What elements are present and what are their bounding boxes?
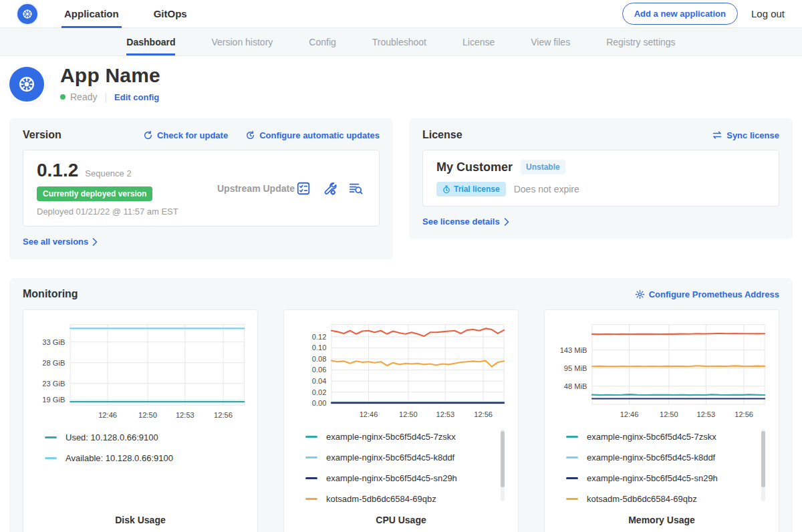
- tab-application[interactable]: Application: [61, 0, 122, 27]
- subtab-version-history[interactable]: Version history: [211, 28, 273, 55]
- legend-color-dash: [566, 498, 578, 500]
- svg-text:12:50: 12:50: [138, 411, 157, 419]
- see-all-versions-link[interactable]: See all versions: [23, 237, 98, 247]
- tab-gitops-label: GitOps: [154, 8, 187, 19]
- check-for-update-link[interactable]: Check for update: [143, 130, 228, 140]
- edit-config-link[interactable]: Edit config: [114, 92, 159, 102]
- svg-text:23 GiB: 23 GiB: [42, 380, 65, 388]
- version-sequence: Sequence 2: [85, 168, 131, 178]
- legend-color-dash: [305, 498, 317, 500]
- legend-item: example-nginx-5bc6f5d4c5-sn29h: [305, 473, 511, 483]
- logout-link[interactable]: Log out: [751, 8, 785, 19]
- license-expiry: Does not expire: [514, 184, 579, 194]
- svg-text:12:53: 12:53: [436, 410, 454, 418]
- deployed-badge: Currently deployed version: [37, 186, 152, 201]
- channel-badge: Unstable: [521, 160, 565, 174]
- legend-color-dash: [566, 436, 578, 438]
- legend-label: example-nginx-5bc6f5d4c5-sn29h: [587, 473, 718, 483]
- chart-legend-disk-usage: Used: 10.128.0.66:9100Available: 10.128.…: [45, 432, 251, 515]
- legend-scrollbar[interactable]: [761, 429, 765, 501]
- configure-prometheus-link[interactable]: Configure Prometheus Address: [635, 289, 779, 299]
- config-wrench-icon[interactable]: [322, 181, 337, 196]
- subtab-license[interactable]: License: [462, 28, 495, 55]
- chart-legend-memory-usage: example-nginx-5bc6f5d4c5-7zskxexample-ng…: [566, 432, 772, 515]
- chevron-right-icon: [92, 238, 98, 246]
- legend-label: example-nginx-5bc6f5d4c5-sn29h: [326, 473, 457, 483]
- svg-text:12:50: 12:50: [399, 410, 418, 418]
- chart-plot-disk-usage: 33 GiB28 GiB23 GiB19 GiB12:4612:5012:531…: [30, 318, 251, 423]
- app-logo-kubernetes-icon: [9, 67, 44, 102]
- chart-plot-cpu-usage: 0.120.100.080.060.040.020.0012:4612:5012…: [291, 318, 511, 422]
- svg-text:48 MiB: 48 MiB: [564, 382, 587, 390]
- chart-plot-memory-usage: 143 MiB95 MiB48 MiB12:4612:5012:5312:56: [551, 318, 772, 422]
- legend-label: Available: 10.128.0.66:9100: [65, 453, 173, 463]
- kots-dashboard-page: Application GitOps Add a new application…: [0, 0, 802, 532]
- add-application-button[interactable]: Add a new application: [622, 3, 738, 25]
- configure-automatic-updates-link[interactable]: Configure automatic updates: [245, 130, 380, 140]
- subtab-view-files[interactable]: View files: [531, 28, 570, 55]
- deployed-timestamp: Deployed 01/21/22 @ 11:57 am EST: [37, 207, 217, 217]
- charts-row: 33 GiB28 GiB23 GiB19 GiB12:4612:5012:531…: [23, 309, 779, 532]
- customer-name: My Customer: [436, 160, 513, 174]
- chart-title-cpu-usage: CPU Usage: [291, 515, 511, 525]
- version-card: Version Check for update Configure autom…: [9, 118, 393, 259]
- license-type-badge: Trial license: [436, 182, 506, 196]
- chart-card-cpu-usage: 0.120.100.080.060.040.020.0012:4612:5012…: [283, 309, 519, 532]
- legend-color-dash: [566, 477, 578, 479]
- gear-icon: [635, 289, 645, 299]
- app-name-title: App Name: [60, 64, 160, 87]
- deploy-logs-icon[interactable]: [348, 181, 363, 196]
- legend-item: kotsadm-5db6dc6584-69qbz: [305, 494, 511, 504]
- svg-text:12:56: 12:56: [474, 410, 493, 418]
- legend-item: example-nginx-5bc6f5d4c5-7zskx: [566, 432, 772, 442]
- svg-text:95 MiB: 95 MiB: [564, 364, 587, 372]
- chart-title-disk-usage: Disk Usage: [30, 515, 251, 525]
- legend-label: example-nginx-5bc6f5d4c5-7zskx: [326, 432, 456, 442]
- svg-text:33 GiB: 33 GiB: [42, 338, 65, 346]
- preflight-checks-icon[interactable]: [296, 181, 311, 196]
- legend-item: example-nginx-5bc6f5d4c5-k8ddf: [566, 452, 772, 462]
- sub-nav: DashboardVersion historyConfigTroublesho…: [0, 28, 802, 56]
- svg-text:0.06: 0.06: [312, 366, 327, 374]
- license-detail-row: My Customer Unstable Trial license Does …: [422, 150, 779, 207]
- legend-item: example-nginx-5bc6f5d4c5-7zskx: [305, 432, 511, 442]
- svg-text:28 GiB: 28 GiB: [42, 359, 65, 367]
- svg-text:0.00: 0.00: [312, 399, 327, 407]
- chart-title-memory-usage: Memory Usage: [551, 515, 772, 525]
- app-header: App Name Ready | Edit config: [0, 56, 802, 113]
- tab-gitops[interactable]: GitOps: [151, 0, 190, 27]
- svg-text:12:46: 12:46: [620, 410, 639, 418]
- sync-arrows-icon: [712, 130, 722, 140]
- svg-text:143 MiB: 143 MiB: [560, 346, 587, 354]
- chart-legend-cpu-usage: example-nginx-5bc6f5d4c5-7zskxexample-ng…: [305, 432, 511, 515]
- subtab-config[interactable]: Config: [309, 28, 336, 55]
- see-license-details-link[interactable]: See license details: [422, 217, 509, 227]
- subtab-troubleshoot[interactable]: Troubleshoot: [372, 28, 426, 55]
- cards-row: Version Check for update Configure autom…: [0, 113, 802, 259]
- legend-item: Available: 10.128.0.66:9100: [45, 453, 251, 463]
- legend-color-dash: [566, 456, 578, 458]
- monitoring-title: Monitoring: [23, 288, 78, 300]
- legend-color-dash: [305, 436, 317, 438]
- svg-text:12:50: 12:50: [660, 410, 678, 418]
- license-card-title: License: [422, 129, 462, 141]
- legend-scrollbar-thumb[interactable]: [761, 431, 765, 487]
- svg-text:12:46: 12:46: [98, 411, 117, 419]
- subtab-dashboard[interactable]: Dashboard: [126, 28, 175, 55]
- subtab-registry-settings[interactable]: Registry settings: [606, 28, 675, 55]
- legend-color-dash: [45, 457, 57, 459]
- top-nav: Application GitOps Add a new application…: [0, 0, 802, 28]
- version-number: 0.1.2: [37, 160, 78, 181]
- legend-scrollbar[interactable]: [501, 429, 505, 501]
- auto-update-clock-icon: [245, 130, 255, 140]
- legend-scrollbar-thumb[interactable]: [501, 431, 505, 487]
- svg-text:12:56: 12:56: [734, 410, 753, 418]
- chart-card-memory-usage: 143 MiB95 MiB48 MiB12:4612:5012:5312:56e…: [544, 309, 779, 532]
- legend-label: example-nginx-5bc6f5d4c5-7zskx: [587, 432, 716, 442]
- current-version-row: 0.1.2 Sequence 2 Currently deployed vers…: [23, 150, 380, 227]
- license-card: License Sync license My Customer Unstabl…: [409, 118, 793, 239]
- svg-text:0.02: 0.02: [312, 388, 327, 396]
- status-badge: Ready: [70, 92, 97, 102]
- legend-color-dash: [45, 436, 57, 438]
- sync-license-link[interactable]: Sync license: [712, 130, 779, 140]
